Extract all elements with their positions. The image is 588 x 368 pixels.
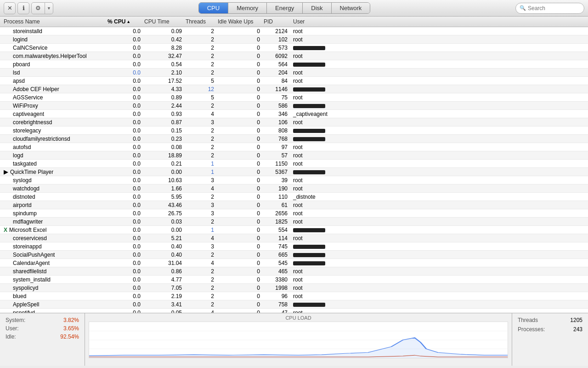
- table-row[interactable]: psnotifyd 0.0 0.05 4 0 47 root: [0, 309, 588, 313]
- pid-value: 545: [262, 260, 289, 266]
- col-header-idlewake[interactable]: Idle Wake Ups: [216, 18, 262, 25]
- tab-disk[interactable]: Disk: [303, 3, 331, 13]
- threads-value: 2: [184, 285, 216, 291]
- table-row[interactable]: storeinstalld 0.0 0.09 2 0 2124 root: [0, 27, 588, 35]
- info-button[interactable]: ℹ: [17, 2, 29, 14]
- table-row[interactable]: WiFiProxy 0.0 2.44 2 0 586: [0, 102, 588, 110]
- pid-value: 47: [262, 310, 289, 313]
- pid-value: 745: [262, 243, 289, 250]
- table-row[interactable]: storelegacy 0.0 0.15 2 0 808: [0, 126, 588, 135]
- threads-value: 1205: [570, 317, 582, 323]
- cpu-value: 0.0: [106, 45, 142, 51]
- table-row[interactable]: syslogd 0.0 10.63 3 0 39 root: [0, 176, 588, 184]
- table-row[interactable]: captiveagent 0.0 0.93 4 0 346 _captiveag…: [0, 110, 588, 118]
- table-row[interactable]: coreservicesd 0.0 5.21 4 0 114 root: [0, 234, 588, 242]
- table-row[interactable]: ▶ QuickTime Player 0.0 0.00 1 0 5367: [0, 168, 588, 176]
- threads-value: 3: [184, 210, 216, 217]
- cpu-value: 0.0: [106, 136, 142, 142]
- pid-value: 204: [262, 69, 289, 76]
- table-row[interactable]: taskgated 0.0 0.21 1 0 1150 root: [0, 160, 588, 168]
- threads-value: 3: [184, 202, 216, 208]
- tab-cpu[interactable]: CPU: [199, 3, 228, 13]
- search-box[interactable]: 🔍: [515, 3, 584, 14]
- table-row[interactable]: Adobe CEF Helper 0.0 4.33 12 0 1146: [0, 85, 588, 93]
- redacted-user: [293, 129, 325, 133]
- table-row[interactable]: mdflagwriter 0.0 0.03 2 0 1825 root: [0, 218, 588, 226]
- col-header-threads[interactable]: Threads: [184, 18, 216, 25]
- stat-row-threads: Threads 1205: [518, 317, 582, 323]
- process-name: syslogd: [0, 177, 106, 184]
- table-row[interactable]: X Microsoft Excel 0.0 0.00 1 0 554: [0, 226, 588, 234]
- pid-value: 39: [262, 177, 289, 184]
- cputime-value: 0.86: [142, 268, 184, 275]
- cpu-value: 0.0: [106, 301, 142, 308]
- table-row[interactable]: SocialPushAgent 0.0 0.40 2 0 665: [0, 251, 588, 259]
- col-header-pid[interactable]: PID: [262, 18, 289, 25]
- col-header-cputime[interactable]: CPU Time: [142, 18, 184, 25]
- table-row[interactable]: AppleSpell 0.0 3.41 2 0 758: [0, 300, 588, 309]
- cpu-value: 0.0: [106, 227, 142, 233]
- table-row[interactable]: watchdogd 0.0 1.66 4 0 190 root: [0, 184, 588, 193]
- idlewake-value: 0: [216, 243, 262, 250]
- user-value: root: [289, 94, 345, 101]
- process-name: ▶ QuickTime Player: [0, 168, 106, 175]
- pid-value: 768: [262, 136, 289, 142]
- pid-value: 564: [262, 61, 289, 68]
- table-row[interactable]: CalNCService 0.0 8.28 2 0 573: [0, 44, 588, 52]
- table-row[interactable]: syspolicyd 0.0 7.05 2 0 1998 root: [0, 284, 588, 292]
- cpu-stats-left: System: 3.82% User: 3.65% Idle: 92.54%: [0, 313, 85, 366]
- pid-value: 346: [262, 111, 289, 117]
- pid-value: 1825: [262, 218, 289, 225]
- table-row[interactable]: blued 0.0 2.19 2 0 96 root: [0, 292, 588, 300]
- cpu-value: 0.0: [106, 28, 142, 34]
- col-header-user[interactable]: User: [289, 18, 345, 25]
- table-row[interactable]: apsd 0.0 17.52 5 0 84 root: [0, 77, 588, 85]
- tab-energy[interactable]: Energy: [267, 3, 303, 13]
- table-row[interactable]: airportd 0.0 43.46 3 0 61 root: [0, 201, 588, 209]
- table-row[interactable]: system_installd 0.0 4.77 2 0 3380 root: [0, 276, 588, 284]
- idlewake-value: 0: [216, 218, 262, 225]
- table-row[interactable]: CalendarAgent 0.0 31.04 4 0 545: [0, 259, 588, 267]
- cputime-value: 4.33: [142, 86, 184, 92]
- table-row[interactable]: AGSService 0.0 0.89 5 0 75 root: [0, 93, 588, 102]
- user-text: _captiveagent: [293, 111, 328, 117]
- stat-row-user: User: 3.65%: [6, 325, 79, 332]
- table-row[interactable]: autofsd 0.0 0.08 2 0 97 root: [0, 143, 588, 151]
- chart-title: CPU LOAD: [89, 315, 508, 321]
- cputime-value: 0.08: [142, 144, 184, 150]
- redacted-user: [293, 63, 325, 67]
- col-header-name[interactable]: Process Name: [0, 18, 106, 25]
- redacted-user: [293, 228, 325, 232]
- idlewake-value: 0: [216, 36, 262, 43]
- close-button[interactable]: ✕: [4, 2, 16, 14]
- cputime-value: 2.44: [142, 103, 184, 109]
- cputime-value: 31.04: [142, 260, 184, 266]
- process-name: logd: [0, 152, 106, 159]
- table-row[interactable]: corebrightnessd 0.0 0.87 3 0 106 root: [0, 118, 588, 126]
- table-row[interactable]: logd 0.0 18.89 2 0 57 root: [0, 151, 588, 160]
- table-row[interactable]: pboard 0.0 0.54 2 0 564: [0, 60, 588, 69]
- table-row[interactable]: cloudfamilyrestrictionsd 0.0 0.23 2 0 76…: [0, 135, 588, 143]
- user-text: root: [293, 310, 303, 313]
- table-row[interactable]: lsd 0.0 2.10 2 0 204 root: [0, 69, 588, 77]
- bottom-panel: System: 3.82% User: 3.65% Idle: 92.54% C…: [0, 313, 588, 366]
- pid-value: 97: [262, 144, 289, 150]
- tab-network[interactable]: Network: [332, 3, 370, 13]
- search-input[interactable]: [528, 5, 580, 12]
- gear-button[interactable]: ⚙ ▼: [31, 2, 53, 14]
- processes-label: Processes:: [518, 326, 545, 333]
- tab-memory[interactable]: Memory: [228, 3, 267, 13]
- table-row[interactable]: spindump 0.0 26.75 3 0 2656 root: [0, 209, 588, 218]
- col-header-cpu[interactable]: % CPU ▲: [106, 18, 142, 25]
- user-value: root: [289, 119, 345, 126]
- user-value: root: [289, 144, 345, 150]
- table-row[interactable]: com.malwarebytes.HelperTool 0.0 32.47 2 …: [0, 52, 588, 60]
- table-row[interactable]: distnoted 0.0 5.95 2 0 110 _distnote: [0, 193, 588, 201]
- idlewake-value: 0: [216, 69, 262, 76]
- user-text: root: [293, 185, 303, 192]
- table-row[interactable]: storeinappd 0.0 0.40 3 0 745: [0, 242, 588, 251]
- table-row[interactable]: logind 0.0 0.42 2 0 102 root: [0, 35, 588, 44]
- cpu-value: 0.0: [106, 36, 142, 43]
- table-row[interactable]: sharedfilelistd 0.0 0.86 2 0 465 root: [0, 267, 588, 276]
- pid-value: 110: [262, 194, 289, 200]
